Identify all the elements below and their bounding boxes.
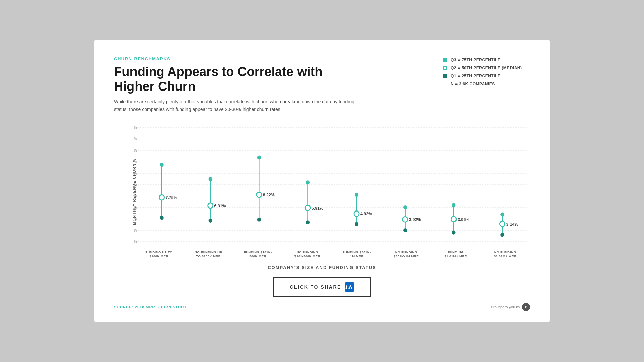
share-button[interactable]: CLICK TO SHARE in [273,277,371,297]
svg-point-34 [257,218,261,222]
chart-area: MONTHLY REVENUE CHURN % 0%2%4%6%8%10%12%… [114,121,530,262]
x-label: FUNDING $501K- 1M MRR [343,250,371,259]
chart-svg: 0%2%4%6%8%10%12%14%16%18%20%7.75%6.31%8.… [134,121,530,248]
svg-point-60 [500,221,505,227]
legend-item-q3: Q3 = 75TH PERCENTILE [443,58,530,62]
svg-point-58 [500,212,504,216]
svg-text:2%: 2% [134,228,137,232]
logo-icon: P [522,303,530,311]
x-label: FUNDING $101K- 500K MRR [244,250,272,259]
header-row: Churn Benchmarks Funding Appears to Corr… [114,56,530,113]
legend-n: N = 3.6k Companies [451,82,530,86]
svg-text:6.31%: 6.31% [214,204,226,208]
svg-point-53 [452,203,455,207]
svg-text:12%: 12% [134,171,137,175]
svg-point-44 [355,222,358,226]
svg-text:3.14%: 3.14% [506,222,518,226]
legend-label-q2: Q2 = 50TH PERCENTILE (MEDIAN) [451,66,522,70]
svg-point-24 [160,216,163,220]
x-label-group: FUNDING $501K- 1M MRR [332,248,382,262]
legend-label-q1: Q1 = 25TH PERCENTILE [451,74,500,78]
legend-dot-q3 [443,58,447,62]
svg-point-40 [305,205,310,211]
x-label-group: NO FUNDING $1.01M+ MRR [481,248,530,262]
svg-text:16%: 16% [134,148,137,153]
svg-point-59 [500,233,504,237]
x-label-group: FUNDING UP TO $100K MRR [134,248,184,262]
svg-point-55 [451,217,456,222]
svg-text:14%: 14% [134,160,137,164]
svg-text:0%: 0% [134,239,137,244]
svg-text:8%: 8% [134,194,137,198]
svg-point-49 [403,228,407,232]
legend-item-q1: Q1 = 25TH PERCENTILE [443,74,530,78]
x-label: FUNDING UP TO $100K MRR [145,250,172,259]
footer-row: SOURCE: 2018 MRR CHURN STUDY Brought to … [114,303,530,311]
x-label-group: FUNDING $1.01M+ MRR [431,248,481,262]
legend-dot-q1 [443,74,447,78]
svg-point-38 [306,180,310,184]
svg-point-28 [208,177,212,181]
svg-text:7.75%: 7.75% [165,195,177,200]
svg-text:5.91%: 5.91% [312,206,323,210]
svg-text:8.22%: 8.22% [263,193,275,197]
svg-text:3.96%: 3.96% [458,217,469,222]
bottom-section: COMPANY'S SIZE AND FUNDING STATUS CLICK … [114,265,530,311]
x-label: NO FUNDING UP TO $100K MRR [195,250,222,259]
subtitle: While there are certainly plenty of othe… [114,98,356,113]
x-label: NO FUNDING $101-500K MRR [294,250,320,259]
legend-label-q3: Q3 = 75TH PERCENTILE [451,58,500,62]
svg-point-45 [354,211,359,216]
svg-text:3.92%: 3.92% [409,217,421,222]
main-title: Funding Appears to Correlate with Higher… [114,65,356,94]
source-text: SOURCE: 2018 MRR CHURN STUDY [114,305,187,309]
svg-point-43 [355,193,358,197]
share-btn-wrapper: CLICK TO SHARE in [114,277,530,297]
x-label: NO FUNDING $501K-1M MRR [394,250,419,259]
svg-point-25 [159,195,164,200]
x-label-group: NO FUNDING $101-500K MRR [283,248,332,262]
svg-point-54 [452,231,455,235]
x-label: FUNDING $1.01M+ MRR [444,250,467,259]
svg-point-29 [208,219,212,223]
x-label-group: NO FUNDING UP TO $100K MRR [184,248,233,262]
svg-point-33 [257,155,261,159]
category-label: Churn Benchmarks [114,56,356,61]
x-axis-title: COMPANY'S SIZE AND FUNDING STATUS [114,265,530,270]
x-label: NO FUNDING $1.01M+ MRR [494,250,517,259]
svg-point-48 [403,205,407,209]
svg-point-23 [160,163,163,167]
legend-item-q2: Q2 = 50TH PERCENTILE (MEDIAN) [443,66,530,70]
svg-point-39 [306,220,310,224]
svg-text:4%: 4% [134,217,137,221]
svg-text:4.92%: 4.92% [360,212,372,216]
linkedin-icon: in [345,282,354,292]
share-label: CLICK TO SHARE [290,284,341,290]
x-label-group: FUNDING $101K- 500K MRR [233,248,283,262]
main-card: Churn Benchmarks Funding Appears to Corr… [94,40,550,322]
svg-text:18%: 18% [134,137,137,141]
svg-point-50 [402,217,408,222]
chart-inner: 0%2%4%6%8%10%12%14%16%18%20%7.75%6.31%8.… [134,121,530,262]
svg-text:10%: 10% [134,182,137,187]
x-label-group: NO FUNDING $501K-1M MRR [382,248,431,262]
x-labels: FUNDING UP TO $100K MRRNO FUNDING UP TO … [134,248,530,262]
legend: Q3 = 75TH PERCENTILE Q2 = 50TH PERCENTIL… [443,56,530,86]
svg-point-30 [208,203,213,208]
legend-dot-q2 [443,66,447,70]
header-left: Churn Benchmarks Funding Appears to Corr… [114,56,356,113]
svg-point-35 [257,192,262,197]
svg-text:6%: 6% [134,205,137,209]
brought-by-text: Brought to you by P [491,303,530,311]
svg-text:20%: 20% [134,125,137,130]
